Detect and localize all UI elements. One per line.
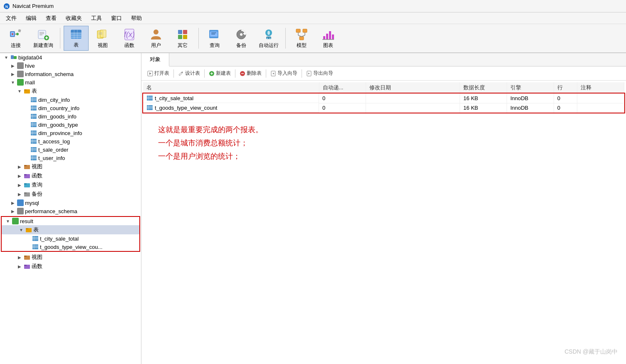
func-button[interactable]: f(x) 函数 — [117, 26, 142, 51]
svg-rect-59 — [24, 89, 27, 91]
menu-tools[interactable]: 工具 — [87, 14, 106, 23]
sidebar-item-result-view[interactable]: ▶ 视图 — [0, 253, 141, 262]
table-row[interactable]: t_goods_type_view_count 0 16 KB InnoDB 0 — [143, 103, 624, 113]
chevron-right-icon2: ▶ — [10, 71, 16, 77]
svg-rect-80 — [31, 139, 37, 144]
sidebar-item-result-t-city-sale-total[interactable]: ▶ t_city_sale_total — [2, 234, 139, 243]
svg-point-38 — [240, 33, 242, 36]
sidebar-item-t-access-log[interactable]: ▶ t_access_log — [0, 137, 141, 145]
new-query-button[interactable]: 新建查询 — [30, 26, 57, 51]
toolbar-sep-2 — [198, 28, 199, 49]
func-label: 函数 — [124, 42, 134, 49]
svg-rect-31 — [183, 35, 187, 39]
backup-button[interactable]: 备份 — [229, 26, 254, 51]
sidebar-item-mall-backup[interactable]: ▶ 备份 — [0, 189, 141, 199]
sidebar-item-mall-view[interactable]: ▶ 视图 — [0, 162, 141, 171]
import-button[interactable]: 导入向导 — [268, 69, 300, 78]
sidebar-item-dim-goods-type[interactable]: ▶ dim_goods_type — [0, 121, 141, 129]
t-access-log-label: t_access_log — [38, 138, 70, 145]
design-table-label: 设计表 — [185, 70, 200, 77]
sidebar-item-mall-table[interactable]: ▼ 表 — [0, 86, 141, 96]
svg-rect-72 — [31, 122, 37, 127]
menu-help[interactable]: 帮助 — [127, 14, 146, 23]
menu-file[interactable]: 文件 — [2, 14, 21, 23]
autorun-button[interactable]: 自动运行 — [255, 26, 282, 51]
user-label: 用户 — [151, 42, 161, 49]
table-row-icon3 — [30, 113, 37, 120]
table-row-icon — [30, 96, 37, 103]
chart-button[interactable]: 图表 — [316, 26, 341, 51]
tab-objects[interactable]: 对象 — [141, 53, 169, 66]
sidebar-item-mall[interactable]: ▼ mall — [0, 78, 141, 86]
import-icon — [270, 71, 276, 76]
svg-rect-101 — [26, 228, 28, 229]
other-label: 其它 — [178, 42, 188, 49]
user-button[interactable]: 用户 — [144, 26, 168, 51]
table-row-icon2 — [30, 105, 37, 111]
export-button[interactable]: 导出向导 — [304, 69, 336, 78]
export-icon — [306, 71, 312, 76]
toolbar-sep-1 — [60, 28, 60, 49]
sidebar-item-dim-country-info[interactable]: ▶ dim_country_info — [0, 104, 141, 112]
sidebar-item-information-schema[interactable]: ▶ information_schema — [0, 70, 141, 78]
sidebar-item-result-func[interactable]: ▶ 函数 — [0, 262, 141, 271]
menu-view[interactable]: 查看 — [42, 14, 61, 23]
sidebar: ▼ bigdata04 ▶ hive ▶ information_schema … — [0, 53, 141, 364]
dim-goods-type-label: dim_goods_type — [38, 122, 78, 128]
sidebar-item-dim-goods-info[interactable]: ▶ dim_goods_info — [0, 112, 141, 121]
open-table-icon — [147, 71, 153, 76]
cell-size-2: 16 KB — [460, 103, 507, 113]
delete-table-button[interactable]: 删除表 — [237, 69, 264, 78]
sidebar-item-t-user-info[interactable]: ▶ t_user_info — [0, 154, 141, 162]
view-folder-icon — [24, 163, 30, 170]
svg-rect-54 — [332, 34, 334, 39]
model-button[interactable]: 模型 — [289, 26, 314, 51]
svg-rect-28 — [178, 30, 182, 34]
svg-rect-125 — [147, 96, 153, 101]
svg-marker-124 — [308, 73, 310, 74]
connect-button[interactable]: 连接 — [3, 26, 28, 51]
svg-rect-68 — [31, 114, 37, 119]
new-table-button[interactable]: 新建表 — [206, 69, 233, 78]
open-table-button[interactable]: 打开表 — [145, 69, 172, 78]
backup-label: 备份 — [236, 42, 246, 49]
menu-favorites[interactable]: 收藏夹 — [62, 14, 86, 23]
sidebar-item-result-t-goods-type-view[interactable]: ▶ t_goods_type_view_cou... — [2, 243, 139, 251]
action-sep-5 — [302, 69, 302, 78]
svg-rect-46 — [299, 37, 304, 40]
sidebar-item-result[interactable]: ▼ result — [2, 217, 139, 225]
sidebar-item-t-sale-order[interactable]: ▶ t_sale_order — [0, 145, 141, 154]
content-tabs: 对象 — [141, 53, 626, 66]
func-folder-icon — [24, 172, 30, 179]
query-button[interactable]: 查询 — [202, 26, 227, 51]
cell-date-2 — [366, 103, 460, 113]
menu-window[interactable]: 窗口 — [107, 14, 126, 23]
info-schema-icon — [17, 71, 24, 77]
chevron-down-icon3: ▼ — [17, 88, 22, 94]
svg-rect-88 — [31, 155, 37, 160]
connection-icon — [10, 54, 17, 61]
other-button[interactable]: 其它 — [170, 26, 195, 51]
sidebar-item-result-table[interactable]: ▼ 表 — [2, 225, 139, 234]
svg-rect-95 — [24, 174, 27, 175]
query-icon — [208, 28, 221, 41]
result-func-label: 函数 — [32, 263, 42, 270]
sidebar-item-hive[interactable]: ▶ hive — [0, 61, 141, 70]
sidebar-item-mall-func[interactable]: ▶ 函数 — [0, 171, 141, 180]
design-table-button[interactable]: 设计表 — [176, 69, 203, 78]
autorun-label: 自动运行 — [259, 42, 279, 49]
sidebar-item-dim-city-info[interactable]: ▶ dim_city_info — [0, 96, 141, 104]
sidebar-item-dim-province-info[interactable]: ▶ dim_province_info — [0, 129, 141, 137]
func-icon: f(x) — [123, 28, 136, 41]
table-button[interactable]: 表 — [64, 26, 89, 51]
svg-rect-113 — [24, 265, 27, 266]
result-table-icon2 — [32, 243, 39, 250]
menu-edit[interactable]: 编辑 — [22, 14, 41, 23]
sidebar-item-mysql[interactable]: ▶ mysql — [0, 199, 141, 207]
sidebar-item-bigdata04[interactable]: ▼ bigdata04 — [0, 53, 141, 61]
performance-schema-label: performance_schema — [25, 208, 77, 214]
sidebar-item-performance-schema[interactable]: ▶ performance_schema — [0, 207, 141, 215]
view-button[interactable]: 视图 — [90, 26, 115, 51]
table-row[interactable]: t_city_sale_total 0 16 KB InnoDB 0 — [143, 93, 624, 103]
sidebar-item-mall-query[interactable]: ▶ 查询 — [0, 180, 141, 189]
